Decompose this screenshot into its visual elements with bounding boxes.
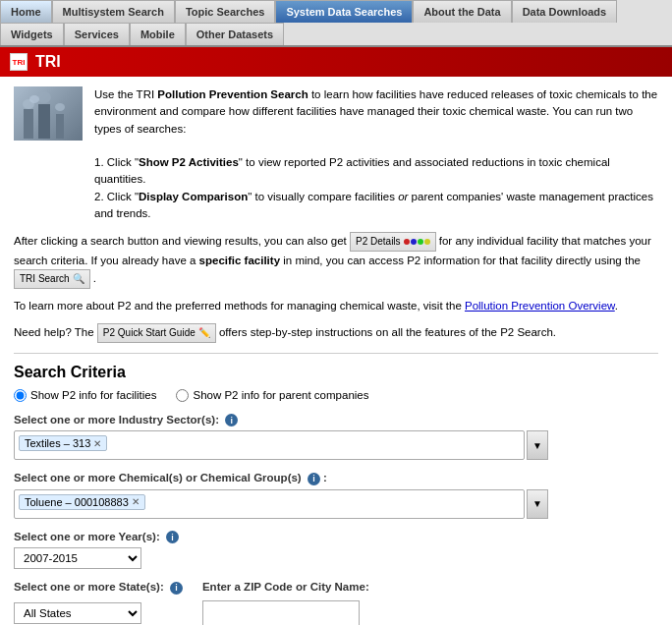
state-select[interactable]: All States Alabama Alaska Arizona (14, 602, 141, 624)
svg-rect-1 (38, 104, 50, 139)
tri-search-label: TRI Search (20, 271, 70, 287)
section-title: Search Criteria (14, 364, 658, 381)
radio-facilities-label: Show P2 info for facilities (30, 389, 156, 401)
search-icon: 🔍 (73, 271, 84, 287)
svg-rect-0 (24, 109, 33, 139)
chemical-info-icon[interactable]: i (308, 473, 320, 485)
year-select-row: 2007-2015 2006-2015 2005-2015 (14, 547, 658, 569)
industry-tag: Textiles – 313 ✕ (19, 435, 107, 451)
radio-group: Show P2 info for facilities Show P2 info… (14, 389, 658, 402)
tab-widgets[interactable]: Widgets (0, 23, 64, 45)
guide-label: P2 Quick Start Guide (103, 325, 196, 341)
pollution-overview-text: To learn more about P2 and the preferred… (14, 297, 658, 314)
help-text: Need help? The P2 Quick Start Guide ✏️ o… (14, 323, 658, 343)
svg-point-5 (55, 103, 65, 111)
state-field: Select one or more State(s): i All State… (14, 581, 183, 625)
state-label: Select one or more State(s): i (14, 581, 183, 594)
chemical-field: Select one or more Chemical(s) or Chemic… (14, 472, 658, 518)
radio-parent-label: Show P2 info for parent companies (193, 389, 368, 401)
tab-services[interactable]: Services (64, 23, 130, 45)
header-bar: TRI TRI (0, 47, 672, 77)
intro-para1-prefix: Use the TRI (94, 88, 157, 100)
radio-facilities[interactable]: Show P2 info for facilities (14, 389, 156, 402)
state-select-row: All States Alabama Alaska Arizona (14, 602, 183, 624)
chemical-tag-container: Toluene – 000108883 ✕ (14, 489, 525, 519)
main-content: Use the TRI Pollution Prevention Search … (0, 77, 672, 625)
intro-text: Use the TRI Pollution Prevention Search … (94, 86, 658, 222)
chemical-tag-close[interactable]: ✕ (132, 496, 140, 507)
chemical-label: Select one or more Chemical(s) or Chemic… (14, 472, 658, 484)
industry-tag-container: Textiles – 313 ✕ (14, 430, 525, 460)
svg-point-4 (37, 91, 51, 103)
colorful-dots-icon (404, 239, 430, 245)
intro-bullet2-bold: Display Comparison (139, 191, 248, 202)
industry-label: Select one or more Industry Sector(s): i (14, 414, 658, 426)
chemical-dropdown-btn[interactable]: ▼ (527, 489, 548, 519)
guide-btn[interactable]: P2 Quick Start Guide ✏️ (97, 323, 216, 343)
chemical-input-row: Toluene – 000108883 ✕ ▼ (14, 489, 658, 519)
state-zip-row: Select one or more State(s): i All State… (14, 581, 658, 625)
zip-label: Enter a ZIP Code or City Name: (202, 581, 369, 593)
chemical-tag-text: Toluene – 000108883 (25, 496, 129, 508)
tab-multisystem[interactable]: Multisystem Search (52, 0, 175, 23)
intro-bullet1-prefix: 1. Click " (94, 156, 139, 168)
radio-parent-companies[interactable]: Show P2 info for parent companies (176, 389, 368, 402)
tab-topic[interactable]: Topic Searches (175, 0, 276, 23)
edit-icon: ✏️ (198, 325, 210, 341)
page-title: TRI (35, 53, 61, 71)
tab-other[interactable]: Other Datasets (186, 23, 284, 45)
industry-tag-close[interactable]: ✕ (93, 438, 101, 449)
year-label: Select one or more Year(s): i (14, 531, 658, 543)
svg-rect-2 (56, 114, 64, 139)
industry-input-row: Textiles – 313 ✕ ▼ (14, 430, 658, 460)
chemical-tag: Toluene – 000108883 ✕ (19, 494, 145, 510)
tri-search-inline[interactable]: TRI Search 🔍 (14, 269, 90, 289)
intro-bullet2-italic: or (398, 191, 408, 202)
year-field: Select one or more Year(s): i 2007-2015 … (14, 531, 658, 569)
tab-mobile[interactable]: Mobile (130, 23, 186, 45)
intro-bullet2-suffix: " to visually compare facilities (248, 191, 398, 202)
industry-dropdown-btn[interactable]: ▼ (527, 430, 548, 460)
state-info-icon[interactable]: i (170, 582, 183, 595)
industry-field: Select one or more Industry Sector(s): i… (14, 414, 658, 460)
pollution-prevention-link[interactable]: Pollution Prevention Overview (465, 300, 615, 312)
tab-system-data[interactable]: System Data Searches (275, 0, 413, 23)
zip-input[interactable] (202, 600, 360, 625)
intro-bullet1-bold: Show P2 Activities (139, 156, 239, 168)
intro-section: Use the TRI Pollution Prevention Search … (14, 86, 658, 222)
divider (14, 353, 658, 354)
nav-tabs: Home Multisystem Search Topic Searches S… (0, 0, 672, 47)
industry-tag-text: Textiles – 313 (25, 437, 90, 449)
intro-bullet2-prefix: 2. Click " (94, 191, 139, 202)
zip-field: Enter a ZIP Code or City Name: (202, 581, 369, 625)
tri-icon: TRI (10, 53, 28, 71)
year-select[interactable]: 2007-2015 2006-2015 2005-2015 (14, 547, 141, 569)
industry-info-icon[interactable]: i (225, 414, 238, 426)
p2-details-label: P2 Details (356, 234, 401, 250)
year-info-icon[interactable]: i (166, 531, 179, 543)
intro-image (14, 86, 83, 141)
tab-downloads[interactable]: Data Downloads (512, 0, 618, 23)
tab-about[interactable]: About the Data (413, 0, 511, 23)
tab-home[interactable]: Home (0, 0, 52, 23)
svg-point-6 (29, 95, 39, 103)
p2-info-text: After clicking a search button and viewi… (14, 232, 658, 289)
search-criteria-section: Search Criteria Show P2 info for facilit… (14, 364, 658, 625)
p2-details-inline: P2 Details (350, 232, 436, 252)
intro-para1-bold: Pollution Prevention Search (157, 88, 308, 100)
